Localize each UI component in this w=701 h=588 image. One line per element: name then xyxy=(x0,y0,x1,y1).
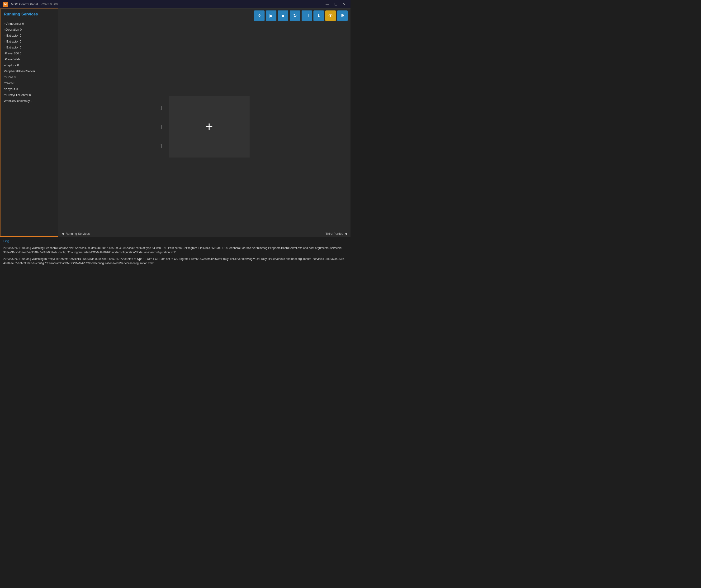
sidebar-item[interactable]: WebServicesProxy 0 xyxy=(0,98,58,104)
sidebar-title: Running Services xyxy=(4,12,38,16)
toolbar: ⊹▶■↻❒⬇👁⚙ xyxy=(58,9,350,23)
log-entry: 2023/05/26 11:04:35 | Watching Periphera… xyxy=(3,246,347,254)
sidebar-item[interactable]: mCore 0 xyxy=(0,74,58,80)
sidebar-list: mAnnouncer 0hOperation 0mExtractor 0mExt… xyxy=(0,19,58,236)
sidebar-item[interactable]: mExtractor 0 xyxy=(0,38,58,44)
top-section: Running Services mAnnouncer 0hOperation … xyxy=(0,9,350,237)
sidebar-item[interactable]: mExtractor 0 xyxy=(0,32,58,38)
sidebar-header: Running Services xyxy=(0,9,58,19)
sidebar-item[interactable]: PeripheralBoardServer xyxy=(0,68,58,74)
maximize-button[interactable]: ☐ xyxy=(332,1,339,7)
sidebar-item[interactable]: rPlayout 0 xyxy=(0,86,58,92)
copy-btn[interactable]: ❒ xyxy=(301,10,312,21)
nav-third-parties[interactable]: Third-Parties ◀ xyxy=(325,232,347,235)
stop-btn[interactable]: ■ xyxy=(278,10,288,21)
titlebar: M MOG Control Panel v2023.05.00 — ☐ ✕ xyxy=(0,0,350,9)
sidebar-item[interactable]: mProxyFileServer 0 xyxy=(0,92,58,98)
canvas-panel[interactable]: + xyxy=(169,96,250,158)
content-nav-bar: ◀ Running Services Third-Parties ◀ xyxy=(58,230,350,237)
nav-left-label: Running Services xyxy=(65,232,90,235)
sidebar-item[interactable]: mAnnouncer 0 xyxy=(0,21,58,27)
sidebar: Running Services mAnnouncer 0hOperation … xyxy=(0,9,58,237)
main-container: Running Services mAnnouncer 0hOperation … xyxy=(0,9,350,294)
minimize-button[interactable]: — xyxy=(324,1,330,7)
bracket-decoration: ] ] ] xyxy=(159,105,162,148)
app-title: MOG Control Panel xyxy=(11,2,38,6)
add-icon[interactable]: + xyxy=(205,120,213,133)
app-logo: M xyxy=(3,2,8,7)
nav-running-services[interactable]: ◀ Running Services xyxy=(61,232,90,235)
eye-btn[interactable]: 👁 xyxy=(325,10,336,21)
nav-right-arrow: ◀ xyxy=(344,232,347,235)
play-btn[interactable]: ▶ xyxy=(266,10,276,21)
log-content[interactable]: 2023/05/26 11:04:35 | Watching Periphera… xyxy=(0,244,350,294)
sidebar-item[interactable]: hOperation 0 xyxy=(0,27,58,32)
log-section: Log 2023/05/26 11:04:35 | Watching Perip… xyxy=(0,237,350,294)
cursor-btn[interactable]: ⊹ xyxy=(254,10,264,21)
settings-btn[interactable]: ⚙ xyxy=(337,10,347,21)
refresh-btn[interactable]: ↻ xyxy=(290,10,300,21)
sidebar-item[interactable]: mExtractor 0 xyxy=(0,44,58,50)
sidebar-item[interactable]: rPlayerSDI 0 xyxy=(0,50,58,56)
sidebar-item[interactable]: rPlayerWeb xyxy=(0,56,58,62)
log-title: Log xyxy=(3,239,9,243)
canvas-area: ] ] ] + xyxy=(58,23,350,230)
content-area: ⊹▶■↻❒⬇👁⚙ ] ] ] + ◀ Runn xyxy=(58,9,350,237)
app-version: v2023.05.00 xyxy=(41,2,58,6)
download-btn[interactable]: ⬇ xyxy=(313,10,324,21)
sidebar-item[interactable]: sCapture 0 xyxy=(0,62,58,68)
close-button[interactable]: ✕ xyxy=(341,1,347,7)
log-entry: 2023/05/26 11:04:35 | Watching mProxyFil… xyxy=(3,257,347,265)
sidebar-item[interactable]: mWeb 0 xyxy=(0,80,58,86)
log-header: Log xyxy=(0,237,350,244)
nav-left-arrow: ◀ xyxy=(61,232,64,235)
window-controls: — ☐ ✕ xyxy=(324,1,347,7)
nav-right-label: Third-Parties xyxy=(325,232,343,235)
